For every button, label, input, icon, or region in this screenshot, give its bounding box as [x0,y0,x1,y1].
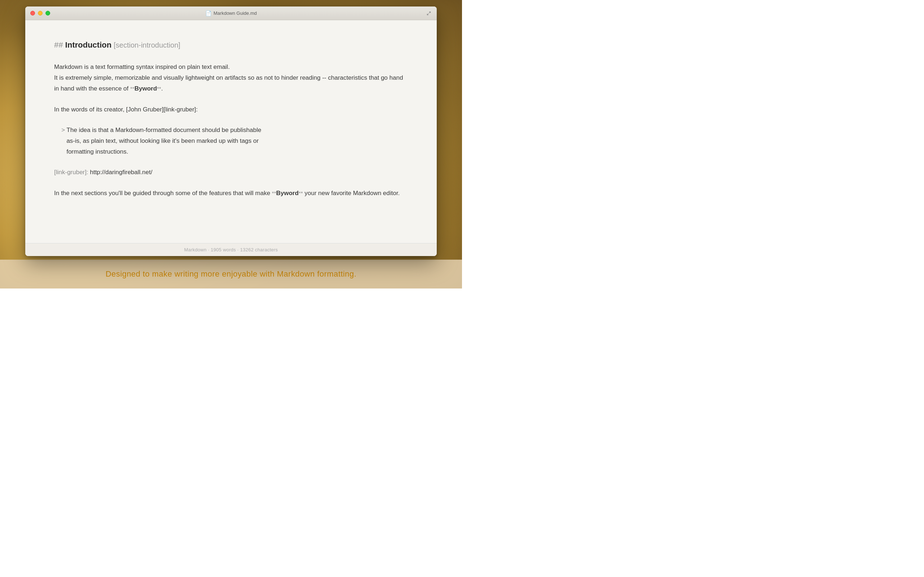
link-ref-url: http://daringfireball.net/ [90,169,152,176]
close-button[interactable] [30,11,35,16]
section-heading: ## Introduction [section-introduction] [54,38,408,52]
window-title: Markdown Guide.md [214,10,257,16]
blockquote-arrow: > [61,127,65,134]
link-ref-inline: [link-gruber] [163,106,196,113]
maximize-button[interactable] [45,11,50,16]
expand-icon[interactable] [426,10,432,16]
window-title-area: 📄 Markdown Guide.md [205,10,257,16]
paragraph-4: In the next sections you'll be guided th… [54,188,408,199]
titlebar: 📄 Markdown Guide.md [25,6,437,20]
byword-md-open-2: ** [272,190,276,196]
statusbar-format: Markdown [184,247,207,253]
bottom-bar-text: Designed to make writing more enjoyable … [105,269,356,279]
statusbar: Markdown · 1905 words · 13262 characters [25,243,437,256]
paragraph-2-text: It is extremely simple, memorizable and … [54,74,403,92]
file-icon: 📄 [205,10,212,16]
heading-id: [section-introduction] [114,41,181,49]
blockquote-line-3: formatting instructions. [61,147,408,157]
blockquote-line-1: > The idea is that a Markdown-formatted … [61,125,408,135]
statusbar-words: 1905 words [211,247,236,253]
blockquote: > The idea is that a Markdown-formatted … [54,125,408,157]
heading-text: Introduction [65,40,111,49]
byword-md-open-1: ** [130,85,135,92]
minimize-button[interactable] [38,11,43,16]
paragraph-3: In the words of its creator, [John Grube… [54,104,408,115]
statusbar-text: Markdown · 1905 words · 13262 characters [184,247,278,253]
statusbar-chars: 13262 characters [240,247,278,253]
byword-md-close-1: ** [157,85,162,92]
editor-window: 📄 Markdown Guide.md ## Introduction [sec… [25,6,437,256]
blockquote-line-2: as-is, as plain text, without looking li… [61,135,408,147]
paragraph-1: Markdown is a text formatting syntax ins… [54,62,408,94]
heading-hash: ## [54,40,63,49]
link-ref-label: [link-gruber]: [54,169,88,176]
byword-md-close-2: ** [299,190,303,196]
editor-content[interactable]: ## Introduction [section-introduction] M… [25,20,437,243]
bottom-bar: Designed to make writing more enjoyable … [0,259,462,288]
byword-2: Byword [276,190,299,197]
link-reference: [link-gruber]: http://daringfireball.net… [54,167,408,178]
byword-1: Byword [134,85,157,92]
window-buttons [30,11,50,16]
